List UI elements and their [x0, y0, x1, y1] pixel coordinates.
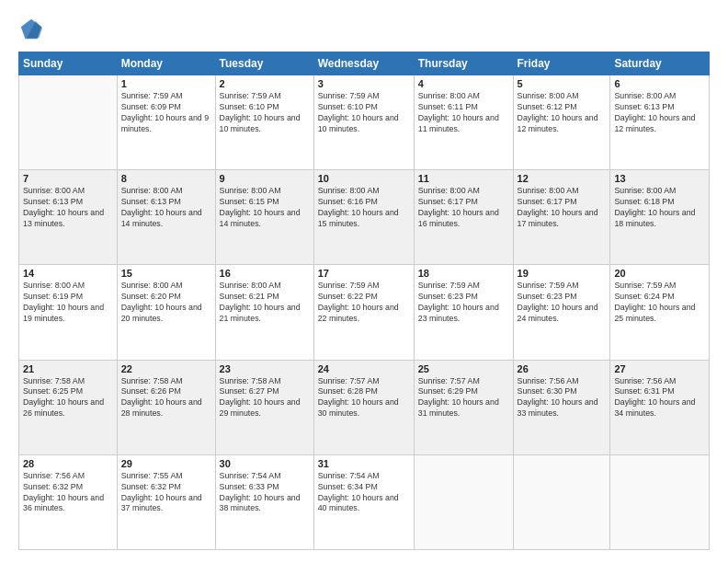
calendar-cell: 11Sunrise: 8:00 AMSunset: 6:17 PMDayligh… [414, 170, 513, 265]
day-info: Sunrise: 8:00 AMSunset: 6:17 PMDaylight:… [418, 186, 509, 230]
calendar-cell: 10Sunrise: 8:00 AMSunset: 6:16 PMDayligh… [313, 170, 414, 265]
weekday-header-row: SundayMondayTuesdayWednesdayThursdayFrid… [19, 52, 710, 75]
week-row-5: 28Sunrise: 7:56 AMSunset: 6:32 PMDayligh… [19, 454, 710, 549]
day-number: 17 [318, 268, 410, 279]
day-info: Sunrise: 7:58 AMSunset: 6:25 PMDaylight:… [23, 376, 113, 420]
weekday-header-friday: Friday [513, 52, 610, 75]
weekday-header-saturday: Saturday [610, 52, 710, 75]
day-info: Sunrise: 8:00 AMSunset: 6:12 PMDaylight:… [518, 91, 607, 135]
calendar-cell: 14Sunrise: 8:00 AMSunset: 6:19 PMDayligh… [19, 265, 118, 360]
day-number: 11 [418, 173, 509, 184]
day-number: 7 [23, 173, 113, 184]
calendar-cell: 15Sunrise: 8:00 AMSunset: 6:20 PMDayligh… [117, 265, 215, 360]
day-number: 19 [518, 268, 607, 279]
logo-icon [18, 17, 44, 42]
week-row-3: 14Sunrise: 8:00 AMSunset: 6:19 PMDayligh… [19, 265, 710, 360]
day-number: 3 [318, 78, 410, 89]
day-info: Sunrise: 8:00 AMSunset: 6:17 PMDaylight:… [518, 186, 607, 230]
day-info: Sunrise: 8:00 AMSunset: 6:21 PMDaylight:… [220, 281, 310, 325]
day-number: 15 [121, 268, 211, 279]
day-info: Sunrise: 7:59 AMSunset: 6:22 PMDaylight:… [318, 281, 410, 325]
calendar-cell: 6Sunrise: 8:00 AMSunset: 6:13 PMDaylight… [610, 75, 710, 170]
calendar-cell: 18Sunrise: 7:59 AMSunset: 6:23 PMDayligh… [414, 265, 513, 360]
day-info: Sunrise: 7:58 AMSunset: 6:27 PMDaylight:… [220, 376, 310, 420]
day-info: Sunrise: 7:59 AMSunset: 6:09 PMDaylight:… [121, 91, 211, 135]
day-number: 13 [614, 173, 705, 184]
day-number: 8 [121, 173, 211, 184]
day-number: 9 [220, 173, 310, 184]
calendar-cell: 5Sunrise: 8:00 AMSunset: 6:12 PMDaylight… [513, 75, 610, 170]
day-info: Sunrise: 7:54 AMSunset: 6:33 PMDaylight:… [220, 471, 310, 515]
calendar-cell: 28Sunrise: 7:56 AMSunset: 6:32 PMDayligh… [19, 454, 118, 549]
day-number: 1 [121, 78, 211, 89]
calendar-cell: 23Sunrise: 7:58 AMSunset: 6:27 PMDayligh… [215, 360, 313, 454]
calendar-cell: 16Sunrise: 8:00 AMSunset: 6:21 PMDayligh… [215, 265, 313, 360]
calendar-cell: 7Sunrise: 8:00 AMSunset: 6:13 PMDaylight… [19, 170, 118, 265]
day-number: 24 [318, 363, 410, 374]
day-info: Sunrise: 7:55 AMSunset: 6:32 PMDaylight:… [121, 471, 211, 515]
weekday-header-thursday: Thursday [414, 52, 513, 75]
day-info: Sunrise: 7:57 AMSunset: 6:29 PMDaylight:… [418, 376, 509, 420]
day-info: Sunrise: 7:54 AMSunset: 6:34 PMDaylight:… [318, 471, 410, 515]
weekday-header-tuesday: Tuesday [215, 52, 313, 75]
day-info: Sunrise: 7:56 AMSunset: 6:32 PMDaylight:… [23, 471, 113, 515]
day-info: Sunrise: 8:00 AMSunset: 6:13 PMDaylight:… [23, 186, 113, 230]
day-info: Sunrise: 7:59 AMSunset: 6:24 PMDaylight:… [614, 281, 705, 325]
day-number: 31 [318, 458, 410, 469]
calendar-cell: 1Sunrise: 7:59 AMSunset: 6:09 PMDaylight… [117, 75, 215, 170]
day-info: Sunrise: 8:00 AMSunset: 6:11 PMDaylight:… [418, 91, 509, 135]
calendar-cell: 26Sunrise: 7:56 AMSunset: 6:30 PMDayligh… [513, 360, 610, 454]
day-number: 23 [220, 363, 310, 374]
day-info: Sunrise: 7:56 AMSunset: 6:30 PMDaylight:… [518, 376, 607, 420]
day-number: 5 [518, 78, 607, 89]
page: SundayMondayTuesdayWednesdayThursdayFrid… [0, 0, 728, 563]
day-info: Sunrise: 7:59 AMSunset: 6:10 PMDaylight:… [318, 91, 410, 135]
day-number: 14 [23, 268, 113, 279]
calendar-cell: 20Sunrise: 7:59 AMSunset: 6:24 PMDayligh… [610, 265, 710, 360]
day-number: 29 [121, 458, 211, 469]
day-info: Sunrise: 8:00 AMSunset: 6:13 PMDaylight:… [614, 91, 705, 135]
calendar-cell: 3Sunrise: 7:59 AMSunset: 6:10 PMDaylight… [313, 75, 414, 170]
calendar-cell [414, 454, 513, 549]
calendar-cell: 25Sunrise: 7:57 AMSunset: 6:29 PMDayligh… [414, 360, 513, 454]
day-number: 10 [318, 173, 410, 184]
calendar-cell: 31Sunrise: 7:54 AMSunset: 6:34 PMDayligh… [313, 454, 414, 549]
calendar-cell: 24Sunrise: 7:57 AMSunset: 6:28 PMDayligh… [313, 360, 414, 454]
calendar-cell: 19Sunrise: 7:59 AMSunset: 6:23 PMDayligh… [513, 265, 610, 360]
day-number: 2 [220, 78, 310, 89]
day-number: 27 [614, 363, 705, 374]
weekday-header-wednesday: Wednesday [313, 52, 414, 75]
calendar-cell: 4Sunrise: 8:00 AMSunset: 6:11 PMDaylight… [414, 75, 513, 170]
day-number: 6 [614, 78, 705, 89]
day-number: 20 [614, 268, 705, 279]
day-info: Sunrise: 8:00 AMSunset: 6:13 PMDaylight:… [121, 186, 211, 230]
logo [18, 17, 48, 42]
header [18, 17, 710, 42]
day-number: 22 [121, 363, 211, 374]
day-info: Sunrise: 7:58 AMSunset: 6:26 PMDaylight:… [121, 376, 211, 420]
day-number: 12 [518, 173, 607, 184]
weekday-header-monday: Monday [117, 52, 215, 75]
weekday-header-sunday: Sunday [19, 52, 118, 75]
calendar-cell: 21Sunrise: 7:58 AMSunset: 6:25 PMDayligh… [19, 360, 118, 454]
day-info: Sunrise: 8:00 AMSunset: 6:15 PMDaylight:… [220, 186, 310, 230]
calendar-cell [19, 75, 118, 170]
calendar-cell: 13Sunrise: 8:00 AMSunset: 6:18 PMDayligh… [610, 170, 710, 265]
day-number: 30 [220, 458, 310, 469]
calendar-cell: 9Sunrise: 8:00 AMSunset: 6:15 PMDaylight… [215, 170, 313, 265]
day-number: 26 [518, 363, 607, 374]
day-number: 28 [23, 458, 113, 469]
day-number: 4 [418, 78, 509, 89]
day-number: 21 [23, 363, 113, 374]
calendar-cell: 22Sunrise: 7:58 AMSunset: 6:26 PMDayligh… [117, 360, 215, 454]
calendar-cell: 17Sunrise: 7:59 AMSunset: 6:22 PMDayligh… [313, 265, 414, 360]
calendar-cell: 30Sunrise: 7:54 AMSunset: 6:33 PMDayligh… [215, 454, 313, 549]
day-info: Sunrise: 7:57 AMSunset: 6:28 PMDaylight:… [318, 376, 410, 420]
calendar-cell: 12Sunrise: 8:00 AMSunset: 6:17 PMDayligh… [513, 170, 610, 265]
calendar-cell: 8Sunrise: 8:00 AMSunset: 6:13 PMDaylight… [117, 170, 215, 265]
day-number: 16 [220, 268, 310, 279]
calendar-cell [610, 454, 710, 549]
day-info: Sunrise: 8:00 AMSunset: 6:18 PMDaylight:… [614, 186, 705, 230]
calendar-cell [513, 454, 610, 549]
calendar-table: SundayMondayTuesdayWednesdayThursdayFrid… [18, 52, 710, 550]
